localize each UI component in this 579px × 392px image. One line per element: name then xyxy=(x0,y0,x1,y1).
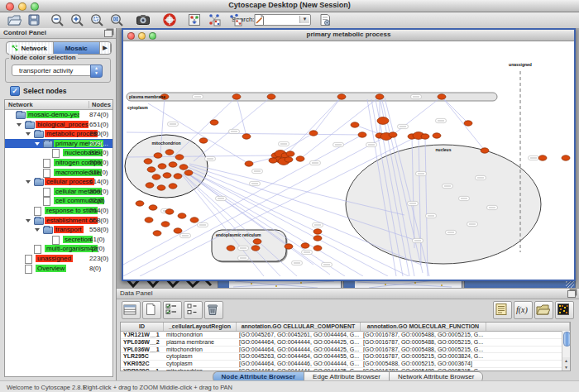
select-nodes-checkbox[interactable]: ✓ xyxy=(10,86,20,96)
network-node[interactable] xyxy=(296,156,304,161)
network-node[interactable] xyxy=(313,229,322,234)
ontology-wizard-button[interactable] xyxy=(318,12,333,27)
network-node[interactable] xyxy=(245,161,253,166)
network-node[interactable] xyxy=(337,94,346,99)
network-node[interactable] xyxy=(481,148,489,153)
expand-arrow-icon[interactable] xyxy=(35,142,40,146)
network-node[interactable] xyxy=(313,246,322,251)
table-row-ypl036w-2[interactable]: YPL036W__2plasma membrane[GO:0044464, GO… xyxy=(121,339,570,347)
column-header-id[interactable]: ID xyxy=(121,323,164,331)
network-node[interactable] xyxy=(149,205,157,210)
tree-row-metabolic-process[interactable]: metabolic process280(0) xyxy=(5,129,112,139)
matrix-view-button[interactable] xyxy=(555,301,574,319)
network-node[interactable] xyxy=(154,153,162,158)
network-node[interactable] xyxy=(313,236,322,241)
search-dropdown-icon[interactable]: ▼ xyxy=(299,16,309,23)
tab-overflow-arrow-icon[interactable]: ▶ xyxy=(100,42,111,54)
layout-network-2-button[interactable] xyxy=(228,12,244,27)
tree-row-cellular-process[interactable]: cellular process614(0) xyxy=(5,177,112,187)
network-node[interactable] xyxy=(152,174,160,179)
layout-network-1-button[interactable] xyxy=(207,12,223,27)
network-node[interactable] xyxy=(251,246,260,251)
tab-mosaic[interactable]: Mosaic xyxy=(54,42,101,54)
nucleus-compartment[interactable] xyxy=(346,145,541,264)
network-node[interactable] xyxy=(377,117,389,125)
network-node[interactable] xyxy=(174,228,182,233)
tree-row-nitrogen-compo[interactable]: nitrogen compo209(0) xyxy=(5,158,112,168)
tab-network[interactable]: Network xyxy=(7,42,54,54)
network-node[interactable] xyxy=(136,201,144,206)
network-node[interactable] xyxy=(253,239,261,244)
network-node[interactable] xyxy=(286,151,294,156)
network-node[interactable] xyxy=(285,244,293,249)
network-node[interactable] xyxy=(389,132,397,137)
function-builder-button[interactable]: f(x) xyxy=(514,301,533,319)
float-data-panel-icon[interactable] xyxy=(567,290,576,298)
network-node[interactable] xyxy=(179,165,188,170)
attribute-table-header[interactable]: ID_cellularLayoutRegionannotation.GO CEL… xyxy=(121,323,570,332)
zoom-fit-button[interactable] xyxy=(109,12,125,27)
tree-row-multi-organism-pro[interactable]: multi-organism pro42(0) xyxy=(5,244,112,254)
network-node[interactable] xyxy=(464,121,472,126)
network-node[interactable] xyxy=(285,157,293,162)
network-node[interactable] xyxy=(165,209,174,214)
network-node[interactable] xyxy=(147,167,156,172)
network-tree-header[interactable]: Network Nodes xyxy=(5,100,112,110)
network-node[interactable] xyxy=(301,243,309,248)
new-attribute-button[interactable] xyxy=(142,301,161,319)
tree-row-biological-process[interactable]: biological_process651(0) xyxy=(5,120,112,130)
network-node[interactable] xyxy=(169,162,177,167)
network-node[interactable] xyxy=(146,183,154,188)
network-window-titlebar[interactable]: primary metabolic process xyxy=(123,30,574,41)
network-node[interactable] xyxy=(227,246,235,251)
node-color-attribute-select[interactable]: transporter activity ▲▼ xyxy=(12,65,103,76)
tree-row-cell-communicat[interactable]: cell communicat22(0) xyxy=(5,196,112,206)
network-node[interactable] xyxy=(175,155,184,160)
tree-row-cellular-metabo[interactable]: cellular metabo209(0) xyxy=(5,187,112,197)
network-node[interactable] xyxy=(184,170,193,175)
select-attributes-button[interactable] xyxy=(163,301,182,319)
network-view-window[interactable]: primary metabolic process plasma membran… xyxy=(122,28,576,281)
expand-arrow-icon[interactable] xyxy=(26,180,31,184)
tree-row-primary-metabo[interactable]: primary metabo209(... xyxy=(5,139,112,149)
scrollbar-arrows[interactable]: ▲▼ xyxy=(562,357,570,370)
open-file-button[interactable] xyxy=(7,12,22,27)
network-node[interactable] xyxy=(145,218,153,222)
tree-row-secretion[interactable]: secretion41(0) xyxy=(5,235,112,245)
tree-row-macromolecule[interactable]: macromolecule311(0) xyxy=(5,168,112,178)
expand-arrow-icon[interactable] xyxy=(35,228,40,232)
tree-row-overview[interactable]: Overview8(0) xyxy=(5,264,112,274)
tree-row-transport[interactable]: transport558(0) xyxy=(5,225,112,235)
table-row-yjr121w-1[interactable]: YJR121W__1mitochondrion[GO:0045267, GO:0… xyxy=(121,332,570,339)
network-node[interactable] xyxy=(178,213,186,218)
network-node[interactable] xyxy=(163,173,171,178)
zoom-selected-button[interactable] xyxy=(89,12,105,27)
combo-stepper-icon[interactable]: ▲▼ xyxy=(90,65,103,78)
network-node[interactable] xyxy=(165,150,174,155)
network-node[interactable] xyxy=(562,155,570,160)
float-panel-icon[interactable] xyxy=(104,30,112,37)
expand-arrow-icon[interactable] xyxy=(17,123,22,127)
tree-row-response-to-stimulu[interactable]: response to stimulu264(0) xyxy=(5,206,112,216)
network-node[interactable] xyxy=(157,185,165,190)
network-node[interactable] xyxy=(538,155,547,160)
column-header-cellularlayoutregion[interactable]: _cellularLayoutRegion xyxy=(164,323,237,331)
vizmapper-button[interactable] xyxy=(187,12,203,27)
table-row-ypl036w-1[interactable]: YPL036W__1mitochondrion[GO:0044464, GO:0… xyxy=(121,347,570,354)
network-canvas[interactable]: plasma membranecytoplasmmitochondrionnuc… xyxy=(123,41,571,276)
network-node[interactable] xyxy=(144,159,152,164)
network-node[interactable] xyxy=(210,120,218,125)
column-header-annotation-go-cellular-component[interactable]: annotation.GO CELLULAR_COMPONENT xyxy=(237,323,361,331)
delete-attribute-button[interactable] xyxy=(204,301,223,319)
table-row-ykr052c[interactable]: YKR052Ccytoplasm[GO:0044464, GO:0044446,… xyxy=(121,361,570,368)
network-node[interactable] xyxy=(153,231,161,236)
import-attributes-button[interactable] xyxy=(534,301,553,319)
zoom-out-button[interactable] xyxy=(50,12,65,27)
network-node[interactable] xyxy=(161,222,170,227)
network-node[interactable] xyxy=(232,94,241,99)
zoom-in-button[interactable] xyxy=(69,12,85,27)
unselect-attributes-button[interactable] xyxy=(184,301,203,319)
tree-row-unassigned[interactable]: unassigned223(0) xyxy=(5,254,112,264)
network-node[interactable] xyxy=(169,184,177,189)
column-header-annotation-go-molecular-function[interactable]: annotation.GO MOLECULAR_FUNCTION xyxy=(361,323,486,331)
